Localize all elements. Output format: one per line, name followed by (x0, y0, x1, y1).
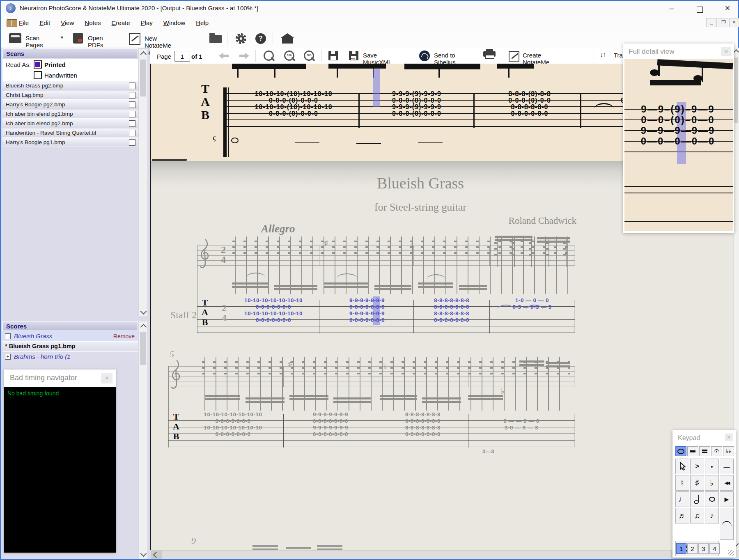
natural-key[interactable]: ♮ (675, 475, 689, 491)
scroll-left-icon[interactable] (153, 552, 160, 558)
zoom-200-icon[interactable]: 200 (304, 50, 314, 61)
scroll-up-icon[interactable] (734, 49, 739, 55)
scan-file-row[interactable]: Handwritten - Ravel String Quartet.tif (2, 129, 138, 138)
scan-file-row[interactable]: Blueish Grass pg2.bmp (2, 81, 138, 90)
flat-key[interactable]: ♭ (705, 475, 719, 491)
scan-file-row[interactable]: Harry's Boogie pg2.bmp (2, 100, 138, 109)
scans-scrollbar[interactable] (138, 48, 148, 316)
next-page-button[interactable] (238, 53, 250, 59)
file-checkbox[interactable] (129, 101, 135, 108)
scrollbar-thumb[interactable] (140, 60, 146, 96)
score-item-row[interactable]: + Brahms - horn trio (1 (2, 352, 138, 362)
eighth-note-key[interactable]: ♪ (705, 508, 719, 523)
keypad-page-4[interactable]: 4 (709, 543, 720, 554)
close-icon[interactable]: × (725, 434, 733, 441)
scan-file-row[interactable]: Harry's Boogie pg1.bmp (2, 138, 138, 147)
beam-group (657, 59, 733, 69)
scan-file-row[interactable]: Ich aber bin elend pg2.bmp (2, 119, 138, 128)
menu-view[interactable]: View (61, 19, 74, 26)
scan-file-row[interactable]: Christ Lag.bmp (2, 91, 138, 100)
staccato-key[interactable]: • (705, 459, 719, 474)
sharp-key[interactable]: ♯ (690, 475, 704, 491)
menu-create[interactable]: Create (112, 19, 130, 26)
beam-group (418, 282, 453, 288)
remove-link[interactable]: Remove (113, 333, 135, 340)
print-button[interactable] (483, 51, 496, 57)
score-page-row[interactable]: * Blueish Grass pg1.bmp (2, 342, 138, 352)
open-folder-button[interactable] (209, 35, 222, 43)
beams-tab[interactable] (699, 446, 710, 456)
scrollbar-thumb[interactable] (140, 332, 146, 365)
save-icon[interactable] (328, 51, 338, 60)
file-checkbox[interactable] (129, 83, 135, 89)
handwritten-checkbox[interactable] (34, 71, 42, 79)
eighth-note-beamed-key[interactable]: ♫ (690, 508, 704, 523)
menu-notes[interactable]: Notes (85, 19, 101, 26)
score-item-row[interactable]: − Blueish Grass Remove (2, 331, 138, 342)
play-key[interactable]: ▶ (720, 491, 734, 507)
scroll-down-icon[interactable] (140, 551, 147, 557)
rewind-key[interactable]: ◀◀ (720, 475, 734, 491)
barline (413, 300, 414, 333)
scroll-up-icon[interactable] (140, 51, 147, 58)
accent-key[interactable]: > (690, 459, 704, 474)
mdi-restore-button[interactable] (718, 18, 728, 27)
tie-key[interactable] (720, 508, 734, 540)
file-checkbox[interactable] (129, 120, 135, 127)
gear-icon[interactable] (236, 33, 246, 44)
zoom-icon[interactable] (264, 50, 274, 61)
beam-group (380, 395, 417, 400)
close-icon[interactable]: × (101, 373, 112, 383)
keypad-page-3[interactable]: 3 (698, 543, 709, 554)
scrollbar-thumb[interactable] (162, 551, 671, 559)
keypad-page-2[interactable]: 2 (687, 543, 698, 554)
close-icon[interactable]: × (721, 47, 731, 56)
quarter-note-key[interactable]: ♩ (675, 491, 689, 507)
sixteenth-note-key[interactable]: ♬ (675, 508, 689, 523)
mdi-minimize-button[interactable]: _ (706, 18, 717, 27)
keypad-header[interactable]: Keypad × (674, 431, 734, 445)
keypad-page-1[interactable]: 1 (676, 543, 686, 554)
menu-play[interactable]: Play (141, 19, 153, 26)
bad-timing-header[interactable]: Bad timing navigator × (4, 370, 116, 387)
mdi-close-button[interactable]: × (729, 18, 739, 27)
collapse-icon[interactable]: − (5, 333, 11, 339)
bar-tab[interactable] (687, 446, 698, 456)
maximize-button[interactable] (691, 2, 709, 14)
whole-note-key[interactable] (705, 491, 719, 507)
previous-page-button[interactable] (218, 53, 230, 59)
minimize-button[interactable]: – (663, 2, 681, 14)
tempo-marking: Allegro (261, 223, 295, 235)
scroll-up-icon[interactable] (140, 324, 147, 330)
whole-note-tab[interactable] (675, 446, 686, 456)
tenuto-key[interactable]: — (720, 459, 734, 474)
file-checkbox[interactable] (129, 111, 135, 117)
horizontal-scrollbar[interactable] (151, 550, 733, 559)
beam-group (274, 285, 317, 290)
half-note-key[interactable] (690, 491, 704, 507)
file-checkbox[interactable] (129, 139, 135, 146)
scrollbar-thumb[interactable] (734, 57, 738, 123)
expand-icon[interactable]: + (5, 354, 11, 360)
file-checkbox[interactable] (129, 92, 135, 99)
page-number-input[interactable] (174, 51, 190, 62)
scroll-down-icon[interactable] (140, 308, 147, 315)
help-button[interactable]: ? (255, 33, 266, 44)
page-label: Page (157, 53, 171, 60)
printed-checkbox[interactable] (34, 60, 42, 69)
home-button[interactable] (282, 32, 293, 44)
scan-file-row[interactable]: Ich aber bin elend pg1.bmp (2, 110, 138, 119)
detail-panel-header[interactable]: Full detail view × (624, 45, 733, 59)
fermata-tab[interactable] (711, 446, 722, 456)
resize-grip[interactable] (728, 550, 734, 555)
menu-window[interactable]: Window (163, 19, 185, 26)
pointer-key[interactable] (675, 459, 689, 474)
menu-help[interactable]: Help (196, 19, 209, 26)
file-checkbox[interactable] (129, 130, 135, 136)
double-flat-tab[interactable]: ♭♭ (723, 446, 734, 456)
menu-file[interactable]: File (19, 19, 29, 26)
zoom-100-icon[interactable]: 100 (284, 50, 294, 61)
scores-scrollbar[interactable] (138, 321, 148, 559)
menu-edit[interactable]: Edit (39, 19, 50, 26)
close-button[interactable]: × (718, 2, 737, 14)
